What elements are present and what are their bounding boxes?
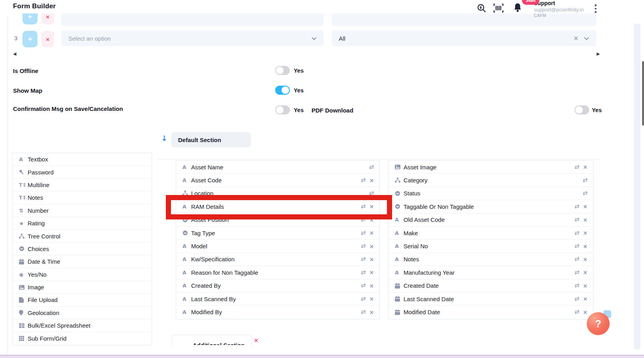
swap-icon[interactable]: ⇄ (361, 230, 366, 236)
remove-icon[interactable]: × (583, 283, 588, 289)
swap-icon[interactable]: ⇄ (361, 256, 366, 262)
remove-condition-button[interactable]: × (41, 31, 54, 47)
remove-icon[interactable]: × (583, 257, 588, 262)
remove-icon[interactable]: × (369, 296, 374, 302)
swap-icon[interactable]: ⇄ (361, 204, 366, 210)
swap-icon[interactable]: ⇄ (369, 190, 374, 196)
form-field-row[interactable]: AModified By⇄× (176, 306, 379, 319)
swap-icon[interactable]: ⇄ (575, 204, 580, 210)
delete-section-icon[interactable]: × (254, 337, 259, 343)
swap-icon[interactable]: ⇄ (575, 256, 580, 262)
remove-icon[interactable]: × (583, 270, 588, 275)
swap-icon[interactable]: ⇄ (582, 190, 588, 196)
form-field-row[interactable]: AModel⇄× (176, 240, 379, 253)
remove-icon[interactable]: × (369, 270, 374, 275)
form-field-row[interactable]: AOld Asset Code⇄× (389, 214, 593, 227)
add-condition-button[interactable]: + (23, 31, 38, 47)
partial-section-tab[interactable]: Additional Section (172, 335, 252, 345)
form-field-row[interactable]: Last Scanned Date⇄× (389, 292, 593, 306)
swap-icon[interactable]: ⇄ (361, 283, 366, 289)
condition-filter-dropdown[interactable]: All × (332, 30, 596, 46)
swap-icon[interactable]: ⇄ (369, 164, 374, 170)
palette-item[interactable]: Choices (13, 243, 152, 255)
swap-icon[interactable]: ⇄ (575, 309, 580, 315)
swap-icon[interactable]: ⇄ (575, 217, 580, 223)
swap-icon[interactable]: ⇄ (575, 296, 580, 302)
palette-item[interactable]: File Upload (13, 294, 152, 306)
clear-icon[interactable]: × (573, 35, 578, 42)
remove-icon[interactable]: × (583, 296, 588, 302)
form-field-row[interactable]: Taggable Or Non Taggable⇄× (389, 200, 593, 213)
palette-item[interactable]: Date & Time (13, 255, 152, 268)
remove-icon[interactable]: × (369, 204, 374, 209)
carousel-next-icon[interactable]: ▶ (597, 51, 600, 56)
form-field-row[interactable]: AAsset Name⇄ (176, 161, 379, 174)
remove-icon[interactable]: × (583, 204, 588, 209)
swap-icon[interactable]: ⇄ (582, 177, 588, 183)
swap-icon[interactable]: ⇄ (575, 270, 580, 276)
swap-icon[interactable]: ⇄ (575, 283, 580, 289)
scan-search-icon[interactable] (476, 3, 487, 15)
palette-item[interactable]: ◉Yes/No (13, 268, 152, 281)
remove-icon[interactable]: × (369, 217, 374, 223)
kebab-menu-icon[interactable] (595, 4, 597, 15)
form-field-row[interactable]: ACreated By⇄× (176, 279, 379, 292)
remove-icon[interactable]: × (583, 230, 588, 236)
palette-item[interactable]: Image (13, 281, 152, 294)
form-field-row[interactable]: AManufacturing Year⇄× (389, 266, 593, 279)
is-offline-toggle[interactable] (275, 66, 290, 75)
confirmation-msg-toggle[interactable] (275, 105, 290, 114)
form-field-row[interactable]: Status⇄ (389, 187, 593, 200)
form-field-row[interactable]: ARAM Details⇄× (176, 200, 379, 213)
swap-icon[interactable]: ⇄ (361, 177, 366, 183)
carousel-prev-icon[interactable]: ◀ (13, 51, 16, 56)
palette-item[interactable]: Bulk/Excel Spreadsheet (13, 319, 152, 332)
form-field-row[interactable]: AReason for Non Taggable⇄× (176, 266, 379, 279)
swap-icon[interactable]: ⇄ (361, 296, 366, 302)
form-field-row[interactable]: ALast Scanned By⇄× (176, 292, 379, 306)
barcode-icon[interactable] (493, 3, 504, 15)
swap-icon[interactable]: ⇄ (575, 164, 580, 170)
remove-icon[interactable]: × (583, 309, 588, 315)
form-field-row[interactable]: Modified Date⇄× (389, 306, 593, 319)
remove-icon[interactable]: × (369, 178, 374, 183)
form-field-row[interactable]: AAsset Code⇄× (176, 174, 379, 187)
form-field-row[interactable]: ASerial No⇄× (389, 240, 593, 253)
remove-icon[interactable]: × (583, 244, 588, 249)
remove-icon[interactable]: × (369, 309, 374, 315)
palette-item[interactable]: Tree Control (13, 230, 152, 242)
form-field-row[interactable]: AKw/Specification⇄× (176, 253, 379, 266)
swap-icon[interactable]: ⇄ (361, 270, 366, 276)
form-field-row[interactable]: Category⇄ (389, 174, 593, 187)
form-field-row[interactable]: Asset Position⇄× (176, 214, 379, 227)
swap-icon[interactable]: ⇄ (575, 230, 580, 236)
palette-item[interactable]: T↕Notes (13, 191, 152, 204)
help-button[interactable]: ? (587, 312, 610, 335)
swap-icon[interactable]: ⇄ (361, 217, 366, 223)
palette-item[interactable]: ⇅Number (13, 204, 152, 217)
palette-item[interactable]: ★Rating (13, 217, 152, 230)
form-field-row[interactable]: Asset Image⇄× (389, 161, 593, 174)
palette-item[interactable]: ATextbox (13, 153, 152, 166)
palette-item[interactable]: Geolocation (13, 307, 152, 319)
default-section-tab[interactable]: Default Section (171, 132, 251, 147)
palette-item[interactable]: Sub Form/Grid (13, 332, 152, 345)
form-field-row[interactable]: Created Date⇄× (389, 279, 593, 292)
swap-icon[interactable]: ⇄ (575, 243, 580, 249)
notifications-bell-icon[interactable] (512, 2, 523, 15)
swap-icon[interactable]: ⇄ (361, 309, 366, 315)
remove-icon[interactable]: × (583, 164, 588, 170)
vertical-scrollbar[interactable] (642, 61, 644, 126)
remove-icon[interactable]: × (583, 217, 588, 223)
pdf-download-toggle[interactable] (575, 105, 589, 114)
palette-item[interactable]: Password (13, 166, 152, 178)
form-field-row[interactable]: Location⇄ (176, 187, 379, 200)
remove-icon[interactable]: × (369, 230, 374, 236)
palette-item[interactable]: T↕Multiline (13, 179, 152, 191)
remove-icon[interactable]: × (369, 283, 374, 289)
form-field-row[interactable]: ANotes⇄× (389, 253, 593, 266)
remove-icon[interactable]: × (369, 244, 374, 249)
section-down-arrow-icon[interactable]: ↓ (161, 134, 167, 142)
condition-select-dropdown[interactable]: Select an option (61, 30, 324, 46)
form-field-row[interactable]: Tag Type⇄× (176, 227, 379, 240)
